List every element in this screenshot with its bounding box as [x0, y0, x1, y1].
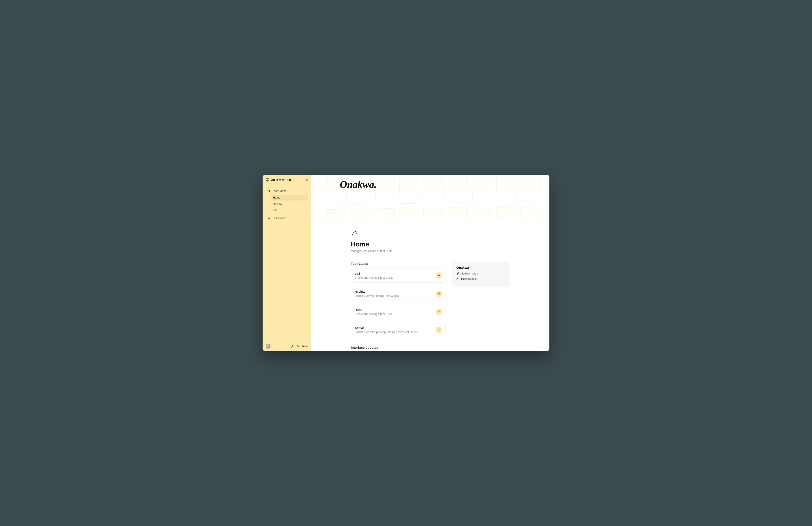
section-heading-interface-updates: Interface updates: [351, 345, 446, 349]
page-icon: [351, 230, 510, 237]
card-title: List: [354, 272, 393, 275]
share-button[interactable]: Share: [296, 344, 308, 348]
arrow-right-icon[interactable]: [436, 309, 442, 315]
card-desc: Create and manage Test Cases: [354, 276, 393, 279]
card-list[interactable]: List Create and manage Test Cases: [351, 269, 446, 283]
section-heading-test-cases: Test Cases: [351, 262, 446, 266]
svg-rect-0: [266, 179, 269, 181]
nav-group-test-runs: Test Runs: [265, 215, 309, 222]
arrow-right-icon[interactable]: [436, 272, 442, 279]
nav-group-test-cases: Test Cases Home Review List: [265, 187, 309, 213]
card-title: Active: [354, 326, 418, 330]
card-desc: Focused view for editing Test Cases.: [354, 294, 400, 297]
sidebar-item-list[interactable]: List: [271, 207, 308, 213]
share-icon: [296, 344, 300, 348]
sidebar: AirTest v1.0.0 Test Cases: [263, 175, 311, 351]
arrow-right-icon[interactable]: [436, 327, 442, 333]
link-how-its-built[interactable]: How it's built: [456, 278, 506, 281]
divider: [351, 257, 510, 257]
sidebar-header: AirTest v1.0.0: [263, 175, 311, 185]
chevron-down-icon[interactable]: [293, 179, 295, 181]
card-desc: Create and manage Test Runs.: [354, 312, 393, 315]
nav-group-label: Test Runs: [272, 216, 285, 220]
app-window: AirTest v1.0.0 Test Cases: [263, 175, 549, 351]
share-label: Share: [301, 345, 308, 348]
card-active[interactable]: Active Focused view for passing / failin…: [351, 323, 446, 337]
page-subtitle: Manage Test Cases & Test Runs.: [351, 249, 510, 253]
page-title: Home: [351, 241, 510, 248]
card-title: Runs: [354, 308, 393, 312]
link-icon: [456, 278, 460, 281]
app-icon: [266, 179, 269, 182]
card-desc: Focused view for passing / failing activ…: [354, 330, 418, 334]
main-content: Onakwa. Home Manage Test Cases & Test Ru…: [311, 175, 549, 351]
collapse-sidebar-button[interactable]: [304, 178, 309, 182]
nav-group-header[interactable]: Test Runs: [265, 215, 309, 222]
side-panel-title: Onakwa: [456, 266, 506, 269]
sidebar-nav: Test Cases Home Review List Tes: [263, 185, 311, 341]
nav-group-label: Test Cases: [272, 189, 286, 193]
nav-children: Home Review List: [269, 195, 309, 213]
avatar[interactable]: [266, 344, 271, 349]
sidebar-footer: Share: [263, 341, 311, 351]
page-content: Home Manage Test Cases & Test Runs. Test…: [311, 221, 549, 351]
side-panel: Onakwa Solution page: [452, 262, 510, 287]
folder-icon: [266, 189, 270, 192]
card-title: Review: [354, 290, 400, 294]
link-icon: [456, 272, 460, 275]
arrow-right-icon[interactable]: [436, 290, 442, 297]
card-runs[interactable]: Runs Create and manage Test Runs.: [351, 305, 446, 319]
sidebar-item-review[interactable]: Review: [271, 201, 308, 207]
bell-icon[interactable]: [290, 344, 294, 348]
link-solution-page[interactable]: Solution page: [456, 272, 506, 275]
hero-banner: Onakwa.: [311, 175, 549, 219]
link-label: How it's built: [461, 278, 477, 281]
hero-logo-text: Onakwa.: [340, 179, 376, 190]
card-review[interactable]: Review Focused view for editing Test Cas…: [351, 287, 446, 301]
app-title[interactable]: AirTest v1.0.0: [271, 178, 291, 182]
link-label: Solution page: [461, 272, 478, 275]
gauge-icon: [266, 217, 270, 220]
divider: [351, 341, 446, 341]
nav-group-header[interactable]: Test Cases: [265, 187, 309, 194]
sidebar-item-home[interactable]: Home: [271, 195, 308, 200]
